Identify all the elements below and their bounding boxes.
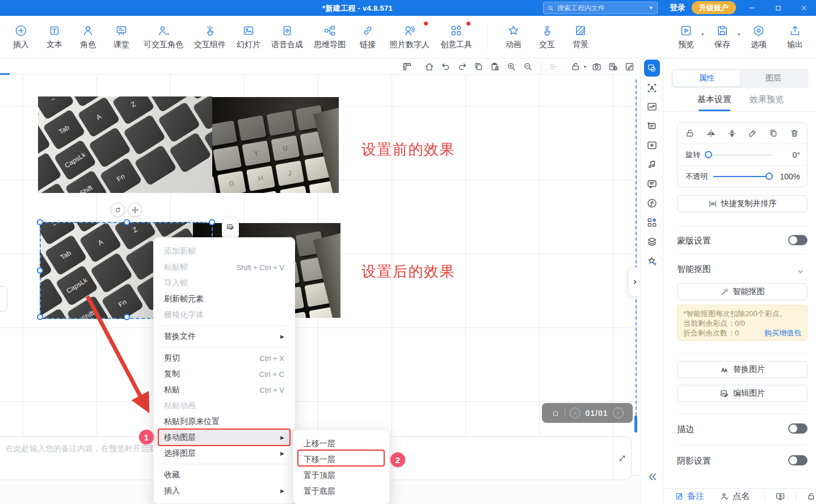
rollcall-tab[interactable]: 点名 xyxy=(720,491,750,502)
zoom-out-icon[interactable] xyxy=(522,60,535,73)
flip-h-icon[interactable] xyxy=(706,128,716,138)
menu-item-replace-file[interactable]: 替换文件▶ xyxy=(154,329,295,345)
shadow-settings-toggle[interactable] xyxy=(788,455,807,465)
sidebar-capture-button[interactable] xyxy=(644,60,660,77)
dropdown-caret-icon[interactable]: ▾ xyxy=(738,32,740,37)
toolbar-save-button[interactable]: ▾保存 xyxy=(708,24,737,50)
toolbar-classroom-button[interactable]: 课堂 xyxy=(107,24,136,50)
menu-item-paste-to-original-position[interactable]: 粘贴到原来位置 xyxy=(154,414,295,430)
menu-item-select-layer[interactable]: 选择图层▶ xyxy=(154,446,295,461)
image-dark-keyboard-before[interactable]: YUGHJVBNM xyxy=(193,97,339,193)
dropdown-caret-icon[interactable]: ▾ xyxy=(701,32,704,37)
panel-expand-tab[interactable] xyxy=(628,267,641,297)
redo-icon[interactable] xyxy=(456,60,469,73)
sidebar-image-button[interactable] xyxy=(645,100,659,114)
sidebar-layers-button[interactable] xyxy=(645,235,659,249)
toolbar-tts-button[interactable]: 语音合成 xyxy=(268,24,306,50)
resize-handle-bottom-left[interactable] xyxy=(37,314,43,320)
toolbar-interaction-button[interactable]: 交互 xyxy=(533,24,561,50)
toolbar-export-button[interactable]: 输出 xyxy=(781,24,809,50)
unlock-icon[interactable] xyxy=(685,128,695,138)
zoom-in-icon[interactable] xyxy=(506,60,518,73)
toolbar-mindmap-button[interactable]: 思维导图 xyxy=(311,24,348,50)
left-edge-panel[interactable] xyxy=(0,286,7,312)
toolbar-interactive-widget-button[interactable]: 交互组件 xyxy=(191,24,229,50)
opacity-slider-knob[interactable] xyxy=(765,173,773,180)
rotate-handle[interactable] xyxy=(111,203,125,217)
trash-icon[interactable] xyxy=(789,128,800,138)
move-handle[interactable] xyxy=(128,203,142,217)
toolbar-interactive-character-button[interactable]: 可交互角色 xyxy=(141,24,186,50)
menu-item-paste[interactable]: 粘贴Ctrl + V xyxy=(154,382,295,398)
resize-handle-middle-left[interactable] xyxy=(37,267,43,274)
previous-page-button[interactable] xyxy=(570,408,581,418)
next-page-button[interactable] xyxy=(613,408,624,418)
menu-item-refresh-frame-elements[interactable]: 刷新帧元素 xyxy=(154,291,295,307)
ruler-icon[interactable] xyxy=(401,60,414,73)
toolbar-photo-avatar-button[interactable]: 照片数字人 xyxy=(387,24,432,50)
camera-icon[interactable] xyxy=(590,60,603,73)
quick-copy-sort-button[interactable]: 快捷复制并排序 xyxy=(677,195,807,212)
tab-layers[interactable]: 图层 xyxy=(740,70,807,86)
close-button[interactable] xyxy=(796,2,813,14)
toolbar-animation-button[interactable]: 动画 xyxy=(499,24,528,50)
subtab-basic-settings[interactable]: 基本设置 xyxy=(697,94,731,105)
caption-after-effect[interactable]: 设置后的效果 xyxy=(361,262,455,282)
sidebar-text-box-button[interactable] xyxy=(645,81,659,95)
home-icon[interactable] xyxy=(423,60,436,73)
toolbar-link-button[interactable]: 链接 xyxy=(354,24,382,50)
chevron-down-icon[interactable] xyxy=(796,267,805,276)
stroke-toggle[interactable] xyxy=(788,423,807,434)
buy-addon-link[interactable]: 购买增值包 xyxy=(764,328,801,338)
toolbar-creative-tools-button[interactable]: 创意工具 xyxy=(438,24,475,50)
sidebar-script-button[interactable] xyxy=(645,119,659,133)
resize-handle-top-left[interactable] xyxy=(37,219,43,225)
submenu-item-send-to-back[interactable]: 置于底层 xyxy=(293,484,389,499)
copy-icon[interactable] xyxy=(768,128,779,138)
dual-screen-button[interactable] xyxy=(775,492,785,502)
toolbar-insert-button[interactable]: 插入 xyxy=(7,24,35,50)
home-page-icon[interactable] xyxy=(551,409,560,418)
notes-expand-button[interactable] xyxy=(613,437,631,480)
opacity-slider[interactable] xyxy=(713,176,772,177)
edit-image-button[interactable]: 编辑图片 xyxy=(677,385,807,402)
sidebar-favorite-add-button[interactable] xyxy=(645,254,659,268)
lock-icon[interactable] xyxy=(570,60,582,73)
resize-handle-top-middle[interactable] xyxy=(124,219,130,225)
brush-icon[interactable] xyxy=(747,128,758,138)
menu-item-copy[interactable]: 复制Ctrl + C xyxy=(154,366,295,382)
toolbar-slide-button[interactable]: 幻灯片 xyxy=(234,24,263,50)
collapse-panel-icon[interactable] xyxy=(646,471,659,483)
canvas-scrollbar-thumb[interactable] xyxy=(634,415,637,432)
submenu-item-bring-to-front[interactable]: 置于顶层 xyxy=(293,468,389,484)
undo-icon[interactable] xyxy=(440,60,452,73)
toolbar-character-button[interactable]: 角色 xyxy=(74,24,102,50)
sidebar-video-button[interactable] xyxy=(645,138,659,152)
flip-v-icon[interactable] xyxy=(727,128,737,138)
maximize-button[interactable] xyxy=(769,2,786,14)
menu-item-insert[interactable]: 插入▶ xyxy=(154,483,295,499)
note-edit-icon[interactable] xyxy=(623,60,636,73)
paste-icon[interactable] xyxy=(489,60,502,73)
sidebar-widgets-button[interactable] xyxy=(645,216,659,229)
history-icon[interactable] xyxy=(607,60,619,73)
resize-handle-top-right[interactable] xyxy=(209,219,215,225)
upgrade-account-button[interactable]: 升级账户 xyxy=(692,1,736,14)
search-dropdown-icon[interactable]: ▼ xyxy=(649,5,654,11)
lock-button[interactable] xyxy=(806,492,816,501)
tab-properties[interactable]: 属性 xyxy=(673,70,740,86)
toolbar-options-button[interactable]: 选项 xyxy=(745,24,773,50)
notes-tab[interactable]: 备注 xyxy=(675,491,704,502)
subtab-effect-preview[interactable]: 效果预览 xyxy=(750,94,784,105)
login-button[interactable]: 登录 xyxy=(670,3,685,13)
smart-matting-button[interactable]: 智能抠图 xyxy=(677,283,807,300)
sidebar-comment-button[interactable] xyxy=(645,177,659,191)
copy-icon[interactable] xyxy=(473,60,485,73)
caption-before-effect[interactable]: 设置前的效果 xyxy=(361,140,455,159)
sidebar-music-button[interactable] xyxy=(645,158,659,171)
search-input[interactable]: 搜索工程内文件 ▼ xyxy=(543,2,658,14)
image-laptop-keyboard-before[interactable]: ~QSXTabAZCapsLkShiftFn xyxy=(38,96,212,193)
toolbar-text-button[interactable]: 文本 xyxy=(40,24,69,50)
sidebar-formula-button[interactable] xyxy=(645,196,659,210)
mask-settings-toggle[interactable] xyxy=(788,235,807,245)
